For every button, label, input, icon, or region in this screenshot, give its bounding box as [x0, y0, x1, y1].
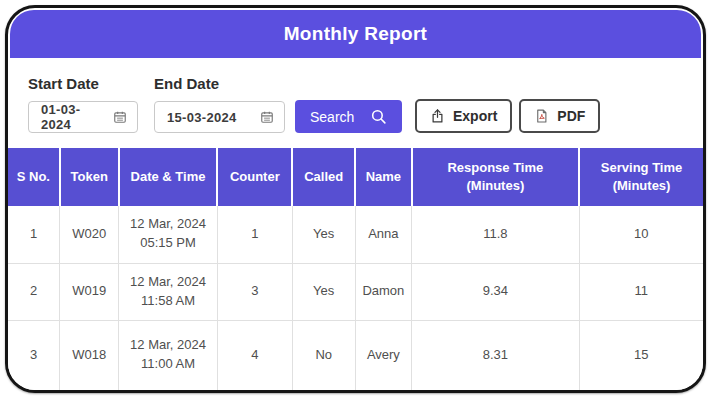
export-button-label: Export	[453, 108, 497, 124]
cell-token: W019	[60, 263, 119, 320]
cell-name: Avery	[355, 320, 411, 390]
page-title: Monthly Report	[10, 10, 701, 58]
column-header-serving-time: Serving Time (Minutes)	[579, 148, 703, 206]
table-header-row: S No. Token Date & Time Counter Called N…	[8, 148, 703, 206]
filter-bar: Start Date 01-03-2024 End Date 15-03-202…	[8, 58, 703, 148]
cell-counter: 3	[217, 263, 292, 320]
cell-datetime: 12 Mar, 2024 11:58 AM	[119, 263, 218, 320]
cell-datetime: 12 Mar, 2024 11:00 AM	[119, 320, 218, 390]
cell-serving-time: 10	[579, 206, 703, 263]
end-date-field: End Date 15-03-2024	[154, 75, 285, 133]
cell-counter: 4	[217, 320, 292, 390]
cell-called: Yes	[292, 206, 355, 263]
column-header-sno: S No.	[8, 148, 60, 206]
pdf-button-label: PDF	[557, 108, 585, 124]
cell-token: W018	[60, 320, 119, 390]
table-row: 1 W020 12 Mar, 2024 05:15 PM 1 Yes Anna …	[8, 206, 703, 263]
report-table-container: S No. Token Date & Time Counter Called N…	[8, 148, 703, 390]
cell-name: Damon	[355, 263, 411, 320]
cell-response-time: 8.31	[412, 320, 580, 390]
report-card: Monthly Report Start Date 01-03-2024 End	[5, 5, 706, 393]
report-table: S No. Token Date & Time Counter Called N…	[8, 148, 703, 390]
pdf-file-icon	[534, 108, 549, 124]
cell-serving-time: 15	[579, 320, 703, 390]
search-icon	[370, 108, 387, 125]
search-button-label: Search	[310, 109, 354, 125]
upload-export-icon	[430, 108, 445, 124]
start-date-input[interactable]: 01-03-2024	[28, 101, 138, 133]
end-date-input[interactable]: 15-03-2024	[154, 101, 285, 133]
column-header-datetime: Date & Time	[119, 148, 218, 206]
cell-token: W020	[60, 206, 119, 263]
cell-response-time: 11.8	[412, 206, 580, 263]
pdf-button[interactable]: PDF	[519, 99, 600, 133]
calendar-icon	[260, 110, 274, 124]
cell-sno: 3	[8, 320, 60, 390]
cell-counter: 1	[217, 206, 292, 263]
cell-sno: 2	[8, 263, 60, 320]
end-date-value: 15-03-2024	[167, 110, 237, 125]
cell-called: Yes	[292, 263, 355, 320]
cell-serving-time: 11	[579, 263, 703, 320]
column-header-token: Token	[60, 148, 119, 206]
cell-name: Anna	[355, 206, 411, 263]
column-header-response-time: Response Time (Minutes)	[412, 148, 580, 206]
cell-called: No	[292, 320, 355, 390]
cell-response-time: 9.34	[412, 263, 580, 320]
column-header-counter: Counter	[217, 148, 292, 206]
calendar-icon	[113, 110, 127, 124]
table-row: 2 W019 12 Mar, 2024 11:58 AM 3 Yes Damon…	[8, 263, 703, 320]
column-header-called: Called	[292, 148, 355, 206]
cell-datetime: 12 Mar, 2024 05:15 PM	[119, 206, 218, 263]
cell-sno: 1	[8, 206, 60, 263]
search-button[interactable]: Search	[295, 100, 402, 133]
export-button[interactable]: Export	[415, 99, 512, 133]
start-date-value: 01-03-2024	[41, 102, 105, 132]
start-date-label: Start Date	[28, 75, 138, 92]
start-date-field: Start Date 01-03-2024	[28, 75, 138, 133]
table-row: 3 W018 12 Mar, 2024 11:00 AM 4 No Avery …	[8, 320, 703, 390]
end-date-label: End Date	[154, 75, 285, 92]
column-header-name: Name	[355, 148, 411, 206]
